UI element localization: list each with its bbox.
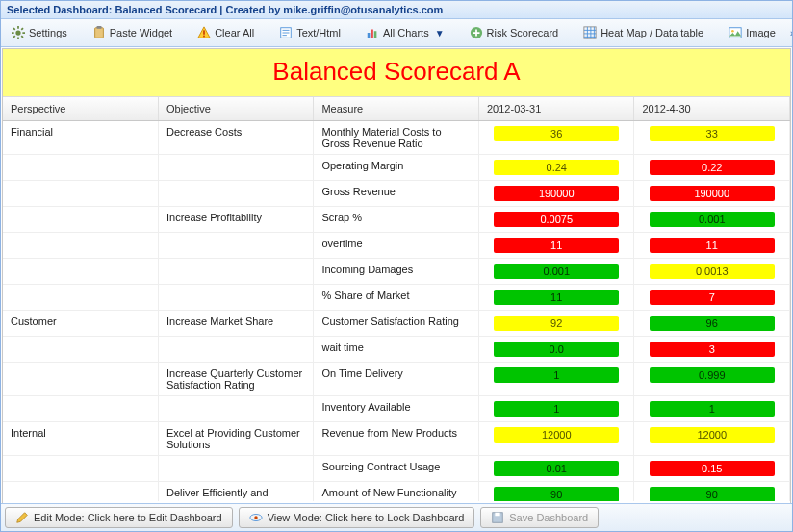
cell-value1: 0.24 [479, 155, 634, 181]
paste-widget-button[interactable]: Paste Widget [86, 22, 179, 43]
table-row[interactable]: Sourcing Contract Usage0.010.15 [3, 456, 790, 482]
svg-rect-16 [496, 513, 500, 517]
cell-perspective [3, 155, 158, 181]
cell-value1: 36 [479, 121, 634, 155]
col-date1[interactable]: 2012-03-31 [479, 97, 634, 121]
svg-rect-6 [368, 33, 371, 38]
svg-rect-2 [96, 26, 101, 29]
risk-scorecard-button[interactable]: Risk Scorecard [463, 22, 566, 43]
cell-measure: On Time Delivery [314, 363, 479, 396]
status-badge: 7 [650, 290, 775, 305]
cell-value1: 11 [479, 285, 634, 311]
cell-perspective [3, 285, 158, 311]
plus-circle-icon [470, 26, 483, 39]
cell-value2: 0.15 [634, 456, 790, 482]
status-badge: 92 [494, 316, 619, 331]
status-badge: 0.0013 [650, 264, 775, 279]
cell-measure: % Share of Market [314, 285, 479, 311]
chevron-down-icon: ▼ [435, 28, 445, 38]
cell-value2: 90 [634, 482, 790, 502]
clear-all-button[interactable]: Clear All [191, 22, 261, 43]
status-badge: 190000 [494, 186, 619, 201]
cell-objective [158, 233, 313, 259]
view-mode-button[interactable]: View Mode: Click here to Lock Dashboard [239, 507, 475, 528]
cell-value2: 96 [634, 311, 790, 337]
table-row[interactable]: CustomerIncrease Market ShareCustomer Sa… [3, 311, 790, 337]
svg-rect-1 [94, 28, 103, 38]
cell-objective [158, 155, 313, 181]
table-row[interactable]: overtime1111 [3, 233, 790, 259]
save-dashboard-button[interactable]: Save Dashboard [480, 507, 599, 528]
table-row[interactable]: Increase ProfitabilityScrap %0.00750.001 [3, 207, 790, 233]
cell-objective: Increase Profitability [158, 207, 313, 233]
table-row[interactable]: Gross Revenue190000190000 [3, 181, 790, 207]
clipboard-icon [92, 26, 106, 39]
cell-value2: 0.001 [634, 207, 790, 233]
svg-rect-8 [374, 31, 377, 38]
edit-mode-button[interactable]: Edit Mode: Click here to Edit Dashboard [5, 507, 233, 528]
scorecard-scroll[interactable]: Perspective Objective Measure 2012-03-31… [3, 97, 790, 501]
table-row[interactable]: Deliver Efficiently andAmount of New Fun… [3, 482, 790, 502]
col-date2[interactable]: 2012-4-30 [634, 97, 790, 121]
status-badge: 3 [650, 342, 775, 357]
cell-value1: 90 [479, 482, 634, 502]
bar-chart-icon [366, 26, 379, 39]
status-badge: 11 [494, 290, 619, 305]
cell-value2: 33 [634, 121, 790, 155]
table-row[interactable]: Inventory Available11 [3, 396, 790, 422]
svg-rect-4 [203, 36, 205, 38]
cell-value1: 11 [479, 233, 634, 259]
cell-value2: 11 [634, 233, 790, 259]
col-measure[interactable]: Measure [314, 97, 479, 121]
warning-icon [197, 26, 211, 39]
gear-icon [12, 26, 25, 39]
svg-point-14 [254, 516, 258, 519]
image-button[interactable]: Image [722, 22, 782, 43]
heatmap-button[interactable]: Heat Map / Data table [576, 22, 710, 43]
cell-value2: 1 [634, 396, 790, 422]
table-row[interactable]: InternalExcel at Providing Customer Solu… [3, 422, 790, 456]
cell-measure: wait time [314, 337, 479, 363]
status-badge: 190000 [650, 186, 775, 201]
table-row[interactable]: Operating Margin0.240.22 [3, 155, 790, 181]
cell-value1: 1 [479, 363, 634, 396]
cell-perspective [3, 337, 158, 363]
status-badge: 0.001 [650, 212, 775, 227]
table-row[interactable]: wait time0.03 [3, 337, 790, 363]
cell-perspective [3, 482, 158, 502]
status-badge: 0.01 [494, 461, 619, 476]
all-charts-dropdown[interactable]: All Charts ▼ [359, 22, 451, 43]
footer-toolbar: Edit Mode: Click here to Edit Dashboard … [1, 503, 792, 531]
grid-icon [583, 26, 597, 39]
status-badge: 1 [494, 401, 619, 417]
table-row[interactable]: % Share of Market117 [3, 285, 790, 311]
table-row[interactable]: FinancialDecrease CostsMonthly Material … [3, 121, 790, 155]
status-badge: 0.15 [650, 461, 775, 476]
table-row[interactable]: Increase Quarterly Customer Satisfaction… [3, 363, 790, 396]
toolbar-overflow-button[interactable]: » [784, 25, 793, 40]
toolbar: Settings Paste Widget Clear All Text/Htm… [1, 19, 792, 47]
cell-objective [158, 259, 313, 285]
window-title: Selected Dashboard: Balanced Scorecard |… [7, 4, 443, 15]
cell-perspective [3, 259, 158, 285]
cell-measure: Sourcing Contract Usage [314, 456, 479, 482]
col-objective[interactable]: Objective [158, 97, 313, 121]
eye-icon [249, 511, 263, 524]
document-icon [279, 26, 293, 39]
status-badge: 96 [650, 316, 775, 331]
cell-value2: 3 [634, 337, 790, 363]
cell-perspective [3, 456, 158, 482]
col-perspective[interactable]: Perspective [3, 97, 158, 121]
text-html-button[interactable]: Text/Html [272, 22, 347, 43]
status-badge: 0.22 [650, 160, 775, 175]
settings-button[interactable]: Settings [5, 22, 74, 43]
svg-rect-7 [371, 30, 373, 38]
scorecard-table: Perspective Objective Measure 2012-03-31… [3, 97, 790, 501]
cell-measure: Revenue from New Products [314, 422, 479, 456]
cell-value2: 0.22 [634, 155, 790, 181]
dashboard-content: Balanced Scorecard A Perspective Objecti… [2, 48, 791, 516]
cell-objective: Increase Quarterly Customer Satisfaction… [158, 363, 313, 396]
cell-value2: 12000 [634, 422, 790, 456]
table-row[interactable]: Incoming Damages0.0010.0013 [3, 259, 790, 285]
status-badge: 33 [650, 126, 775, 141]
